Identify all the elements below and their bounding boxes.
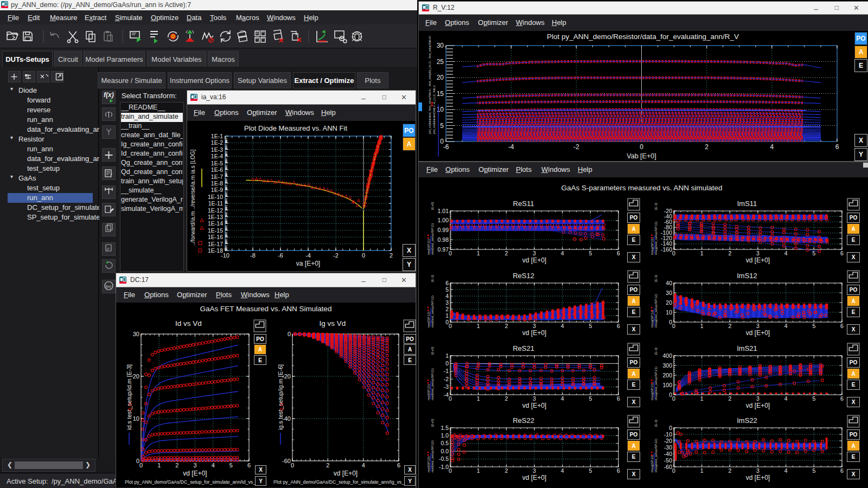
svg-text:1: 1 [477,250,480,256]
svg-text:100: 100 [662,382,672,388]
svg-text:1.01: 1.01 [438,208,449,214]
svg-text:1E-6: 1E-6 [211,166,223,173]
svg-text:1: 1 [700,323,704,329]
svg-text:1E-2: 1E-2 [211,139,223,146]
svg-text:0: 0 [449,323,452,329]
svg-text:5: 5 [589,395,592,402]
svg-text:2: 2 [390,252,393,259]
svg-text:-6: -6 [278,252,283,259]
svg-text:real(SP.21): real(SP.21) [427,384,430,400]
svg-text:6: 6 [445,280,449,286]
svg-text:2: 2 [505,467,508,474]
svg-text:real(test_setup/SP.21): real(test_setup/SP.21) [431,368,434,400]
svg-text:-3: -3 [444,383,449,390]
svg-text:id.s test_setup/id.m [E-3]: id.s test_setup/id.m [E-3] [126,364,132,430]
svg-text:vd [E+0]: vd [E+0] [746,474,770,481]
svg-text:5: 5 [445,286,449,293]
svg-text:real(test_setup/SP.11): real(test_setup/SP.11) [431,223,434,255]
svg-text:2: 2 [445,306,449,312]
svg-text:1E-1: 1E-1 [211,133,223,139]
svg-text:1E-4: 1E-4 [211,153,223,159]
svg-text:30: 30 [133,331,139,337]
svg-text:6: 6 [617,250,620,256]
svg-text:real(SP.12): real(SP.12) [427,311,430,328]
svg-text:5: 5 [812,395,815,402]
svg-text:0.98: 0.98 [438,236,449,243]
svg-text:10: 10 [133,415,139,422]
svg-text:6: 6 [617,395,620,402]
svg-text:5: 5 [229,462,233,468]
svg-text:-8: -8 [250,252,256,259]
svg-text:vd [E+0]: vd [E+0] [522,474,546,481]
svg-text:-60: -60 [282,458,291,464]
svg-text:1: 1 [700,395,704,402]
svg-text:ReS11: ReS11 [513,200,534,208]
svg-text:3: 3 [756,467,760,474]
svg-text:6: 6 [835,143,839,151]
svg-text:6: 6 [840,467,844,474]
svg-text:1: 1 [477,467,480,474]
svg-text:30: 30 [666,290,672,296]
svg-text:vd [E+0]: vd [E+0] [334,470,358,477]
svg-text:5: 5 [589,250,592,256]
svg-text:1: 1 [445,352,449,359]
svg-text:1: 1 [477,395,480,402]
svg-text:5: 5 [440,122,444,130]
svg-text:0: 0 [362,252,365,259]
svg-text:vd [E+0]: vd [E+0] [522,256,546,264]
svg-text:ig.s test_setup/ig.m [E-6]: ig.s test_setup/ig.m [E-6] [277,364,284,430]
svg-text:6: 6 [840,323,844,329]
svg-text:1.5: 1.5 [441,425,449,431]
svg-text:0.97: 0.97 [438,246,449,253]
svg-text:1E-9: 1E-9 [211,187,223,193]
svg-text:4: 4 [561,395,564,402]
svg-text:0.5: 0.5 [441,440,449,446]
svg-text:1E-3: 1E-3 [211,146,223,153]
svg-text:-6: -6 [443,143,449,151]
svg-text:15: 15 [437,90,444,98]
svg-text:0: 0 [449,250,452,256]
svg-text:ReS22: ReS22 [513,416,534,425]
svg-text:imag(test_setup/SP.22): imag(test_setup/SP.22) [654,439,658,472]
svg-text:Plot py_ANN_demo/GaAs/DC_setup: Plot py_ANN_demo/GaAs/DC_setup_for_simul… [273,479,410,485]
svg-text:40: 40 [666,280,672,286]
svg-text:5: 5 [812,323,815,329]
svg-text:0: 0 [139,462,143,468]
svg-text:ReS12: ReS12 [513,272,534,280]
svg-text:3: 3 [756,395,760,402]
svg-text:5: 5 [589,323,592,329]
svg-text:1E-11: 1E-11 [208,200,223,207]
svg-text:[E-3]: [E-3] [654,348,658,355]
svg-text:[E-3]: [E-3] [654,420,658,427]
svg-text:1E-13: 1E-13 [208,214,223,220]
svg-text:4: 4 [561,323,564,329]
svg-text:20: 20 [133,373,139,380]
svg-text:imag(SP.22): imag(SP.22) [650,454,654,472]
svg-text:ImS12: ImS12 [737,272,757,280]
svg-text:1E-16: 1E-16 [208,234,223,240]
svg-text:10: 10 [437,106,444,113]
svg-text:4: 4 [784,395,788,402]
svg-text:-160: -160 [661,246,672,253]
svg-text:0: 0 [672,395,675,402]
svg-text:[E+0]: [E+0] [431,419,434,427]
svg-text:3: 3 [533,323,536,329]
svg-text:4: 4 [770,143,774,151]
svg-text:1E-17: 1E-17 [208,241,223,247]
svg-text:4: 4 [784,250,788,256]
svg-text:0: 0 [672,323,675,329]
svg-text:ReS21: ReS21 [513,344,534,352]
svg-text:3: 3 [533,395,536,402]
svg-text:-20: -20 [664,438,672,444]
svg-text:0: 0 [669,425,672,431]
svg-text:4: 4 [561,250,564,256]
svg-text:-4: -4 [305,252,311,259]
svg-text:-30: -30 [664,444,672,451]
svg-text:-4: -4 [444,391,449,398]
svg-text:4: 4 [784,323,788,329]
svg-text:-60: -60 [664,464,672,470]
svg-text:0: 0 [672,467,675,474]
svg-text:real(test_setup/SP.12): real(test_setup/SP.12) [431,296,434,328]
svg-text:p: p [106,246,110,251]
svg-text:3: 3 [533,250,536,256]
